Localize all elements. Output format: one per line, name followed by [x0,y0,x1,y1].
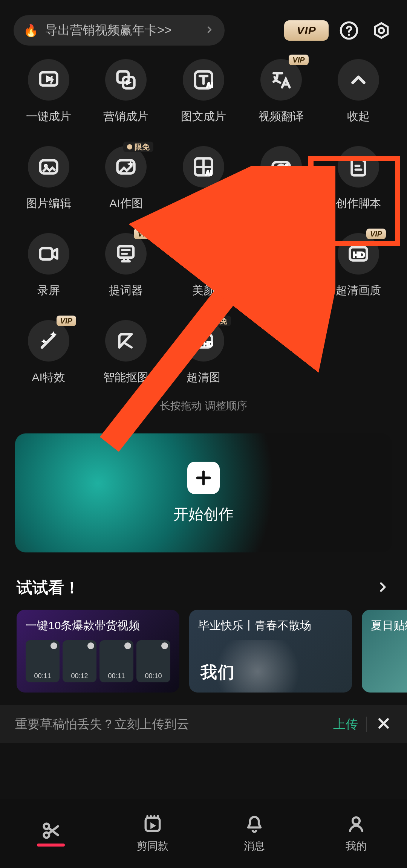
image-ai-icon: 限免 [105,146,147,188]
nav-label: 消息 [244,839,265,853]
thumbnail-time: 00:11 [99,672,133,680]
feature-label: 提词器 [109,283,143,298]
free-badge: 限免 [201,316,231,326]
feature-play-bolt[interactable]: 一键成片 [10,59,87,124]
thumbnail: 00:11 [99,640,133,682]
feature-cutout[interactable]: 智能抠图 [87,320,165,385]
vip-badge: VIP [134,229,153,239]
record-icon [28,233,69,275]
nav-active-underline [37,844,65,847]
feature-image-hd[interactable]: 限免 超清图 [165,320,242,385]
vip-badge: VIP [366,229,386,239]
face-icon [260,233,302,275]
feature-translate[interactable]: VIP 视频翻译 [242,59,320,124]
feature-label: 超清图 [187,370,220,385]
try-more-chevron-icon[interactable] [375,580,390,596]
feature-record[interactable]: 录屏 [10,233,87,298]
feature-prompter[interactable]: VIP 提词器 [87,233,165,298]
vip-badge: VIP [289,55,308,65]
feature-label: 创作脚本 [336,196,381,211]
copy-play-icon [105,59,147,101]
prompter-icon: VIP [105,233,147,275]
grid-ai-icon [183,146,224,188]
feature-label: 超清画质 [336,283,381,298]
plus-icon [187,462,220,494]
feature-label: 智能抠图 [103,370,148,385]
thumbnail-time: 00:11 [26,672,60,680]
nav-profile[interactable]: 我的 [305,813,407,853]
try-card[interactable]: 夏日贴纸 [362,610,407,693]
thumbnail: 00:11 [26,640,60,682]
feature-camera[interactable]: 拍摄 [242,146,320,211]
feature-label: AI作图 [109,196,142,211]
upload-link[interactable]: 上传 [333,716,358,733]
feature-label: 收起 [347,109,370,124]
feature-label: 录屏 [37,283,60,298]
feature-label: 视频翻译 [259,109,304,124]
feature-label: 拍 [275,283,287,298]
nav-label: 我的 [346,839,367,853]
feature-label: AI特效 [32,370,65,385]
try-cards-row[interactable]: 一键10条爆款带货视频 00:1100:1200:1100:10 毕业快乐丨青春… [0,610,407,693]
vip-badge: VIP [57,316,76,326]
feature-label: 图片编辑 [26,196,71,211]
cutout-icon [105,320,147,362]
translate-icon: VIP [260,59,302,101]
vip-badge[interactable]: VIP [284,20,329,41]
feature-grid-ai[interactable]: AI商品图 [165,146,242,211]
feature-beauty[interactable]: 美颜 [165,233,242,298]
image-edit-icon [28,146,69,188]
features-grid: 一键成片 营销成片 图文成片 VIP 视频翻译 收起 图片编辑 限免 [0,46,407,385]
start-create-card[interactable]: 开始创作 [15,433,392,552]
nav-template[interactable]: 剪同款 [102,813,204,853]
promo-pill[interactable]: 🔥 导出营销视频赢年卡>> [14,15,225,46]
nav-bell[interactable]: 消息 [204,813,305,853]
draft-bar-text: 重要草稿怕丢失？立刻上传到云 [15,716,325,733]
feature-label: AI商品图 [181,196,226,211]
flame-icon: 🔥 [23,23,38,38]
feature-image-edit[interactable]: 图片编辑 [10,146,87,211]
free-badge: 限免 [123,142,153,152]
thumbnail: 00:12 [63,640,96,682]
bottom-nav: 剪同款 消息 我的 [0,799,407,868]
thumbnail-time: 00:12 [63,672,96,680]
feature-label: 拍摄 [270,196,292,211]
notice-dot-icon [217,232,223,238]
try-card[interactable]: 毕业快乐丨青春不散场 我们 [189,610,352,693]
feature-hd[interactable]: VIP 超清画质 [320,233,397,298]
feature-wand[interactable]: VIP AI特效 [10,320,87,385]
feature-label: 美颜 [192,283,215,298]
feature-label: 图文成片 [181,109,226,124]
try-card-title: 毕业快乐丨青春不散场 [198,618,343,633]
chevron-up-icon [338,59,379,101]
settings-button[interactable] [369,18,393,43]
help-button[interactable] [337,18,361,43]
feature-label: 一键成片 [26,109,71,124]
wand-icon: VIP [28,320,69,362]
feature-file-script[interactable]: 创作脚本 [320,146,397,211]
reorder-hint: 长按拖动 调整顺序 [0,399,407,413]
promo-text: 导出营销视频赢年卡>> [45,22,197,39]
try-card[interactable]: 一键10条爆款带货视频 00:1100:1200:1100:10 [17,610,179,693]
camera-icon [260,146,302,188]
play-bolt-icon [28,59,69,101]
chevron-right-icon [204,24,215,37]
hd-icon: VIP [338,233,379,275]
close-draft-bar[interactable] [375,715,392,733]
text-ai-icon [183,59,224,101]
feature-text-ai[interactable]: 图文成片 [165,59,242,124]
image-hd-icon: 限免 [183,320,224,362]
nav-scissors[interactable] [0,820,102,847]
start-create-label: 开始创作 [173,504,234,525]
try-card-caption: 我们 [200,661,235,683]
feature-image-ai[interactable]: 限免 AI作图 [87,146,165,211]
nav-label: 剪同款 [137,839,168,853]
feature-chevron-up[interactable]: 收起 [320,59,397,124]
thumbnail: 00:10 [136,640,170,682]
feature-label: 营销成片 [103,109,148,124]
try-card-title: 一键10条爆款带货视频 [26,618,170,633]
feature-face[interactable]: 拍 [242,233,320,298]
thumbnail-time: 00:10 [136,672,170,680]
try-section-title: 试试看！ [17,577,80,598]
feature-copy-play[interactable]: 营销成片 [87,59,165,124]
